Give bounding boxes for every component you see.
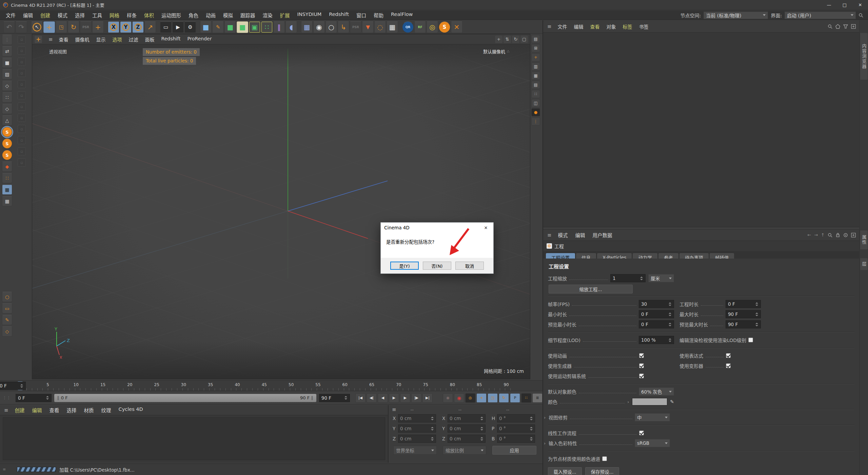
history-back-icon[interactable]: ← — [807, 232, 811, 238]
am-hamburger-icon[interactable]: ≡ — [545, 232, 554, 238]
side-tab-attributes[interactable]: 属性 — [860, 230, 868, 250]
poly-select-icon[interactable]: ◇ — [2, 326, 12, 337]
render-picture-viewer-icon[interactable]: ▶ — [172, 21, 184, 33]
rotate-tool-icon[interactable]: ↻ — [68, 21, 79, 33]
keyframe-selection-icon[interactable]: ◎ — [465, 393, 475, 403]
workplane-mode-icon[interactable]: ◇ — [2, 81, 12, 91]
rect-select-icon[interactable]: ▭ — [2, 303, 12, 314]
spinner-arrows-icon[interactable] — [668, 311, 672, 317]
layout-rows-icon[interactable]: ▥ — [531, 62, 540, 71]
y-axis-lock-icon[interactable]: Y — [120, 21, 132, 33]
coordinate-system-icon[interactable]: ↗ — [144, 21, 156, 33]
menu-simulate[interactable]: 模拟 — [219, 12, 237, 19]
grid-array-icon[interactable]: ▦ — [387, 21, 398, 33]
psr-transfer-icon[interactable]: PSR — [350, 21, 361, 33]
preview-range-slider[interactable]: ‖ 0 F 90 F ‖ — [54, 394, 316, 402]
edges-mode-icon[interactable]: ◇ — [2, 104, 12, 114]
vp-zoom-icon[interactable]: ⇅ — [504, 36, 511, 43]
node-color-channel-checkbox[interactable] — [602, 456, 607, 461]
camera-icon[interactable]: ◉ — [313, 21, 325, 33]
spinner-arrows-icon[interactable] — [344, 395, 348, 401]
spinner-arrows-icon[interactable] — [480, 436, 484, 442]
render-settings-icon[interactable]: ⚙ — [184, 21, 196, 33]
range-grip-left[interactable]: ‖ — [57, 395, 60, 400]
menu-character[interactable]: 角色 — [185, 12, 202, 19]
om-menu-object[interactable]: 对象 — [603, 23, 619, 30]
record-pla-icon[interactable]: ∷ — [521, 393, 531, 403]
current-frame-spinner[interactable]: 0 F — [0, 382, 26, 390]
material-hamburger-icon[interactable]: ≡ — [1, 407, 11, 413]
om-menu-tag[interactable]: 标签 — [619, 23, 636, 30]
menu-animate[interactable]: 动画 — [202, 12, 219, 19]
search-icon[interactable] — [859, 13, 863, 18]
am-menu-userdata[interactable]: 用户数据 — [589, 231, 616, 239]
spinner-arrows-icon[interactable] — [480, 425, 484, 432]
insydium-s-icon[interactable]: S — [439, 21, 450, 33]
prev-frame-icon[interactable]: ◀ — [378, 393, 388, 403]
use-motion-system-checkbox[interactable] — [639, 374, 644, 378]
linear-workflow-checkbox[interactable] — [639, 431, 644, 435]
move-tool-icon[interactable]: + — [43, 21, 55, 33]
spline-pen-icon[interactable]: ✎ — [212, 21, 224, 33]
om-menu-bookmark[interactable]: 书签 — [636, 23, 652, 30]
min-time-field[interactable]: 0 F — [639, 310, 674, 318]
om-hamburger-icon[interactable]: ≡ — [545, 23, 554, 30]
keyframe-settings-icon[interactable]: ≣ — [532, 393, 542, 403]
input-color-profile-dropdown[interactable]: sRGB — [635, 439, 670, 447]
snap-option-icon-8[interactable]: ▫ — [18, 114, 26, 122]
spinner-arrows-icon[interactable] — [668, 301, 672, 307]
circle-select-icon[interactable]: ○ — [2, 292, 12, 302]
object-manager-list[interactable] — [543, 33, 859, 227]
xp-emitter-icon[interactable]: S — [2, 138, 12, 149]
coordinate-mode-dropdown[interactable]: 世界坐标 — [393, 446, 437, 455]
use-expressions-checkbox[interactable] — [726, 353, 731, 358]
menu-tools[interactable]: 工具 — [88, 12, 106, 19]
snap-option-icon-7[interactable]: ▫ — [18, 102, 26, 111]
max-time-field[interactable]: 90 F — [726, 310, 761, 318]
menu-mograph[interactable]: 运动图形 — [158, 12, 185, 19]
strip-move-icon[interactable]: + — [531, 53, 540, 61]
layout-split-icon[interactable]: ◫ — [531, 99, 540, 107]
apply-button[interactable]: 应用 — [492, 446, 536, 455]
range-end-spinner[interactable]: 90 F — [319, 394, 350, 402]
mat-menu-material[interactable]: 材质 — [80, 406, 98, 414]
vp-rotate-icon[interactable]: ↻ — [512, 36, 519, 43]
timeline-ruler[interactable]: 051015202530354045505560657075808590 0 F — [0, 380, 542, 391]
snap-option-icon-11[interactable]: ▫ — [18, 147, 26, 155]
menu-render[interactable]: 渲染 — [259, 12, 276, 19]
eyedropper-icon[interactable]: ✎ — [670, 399, 674, 404]
qr-icon[interactable]: QR — [402, 21, 414, 33]
volume-builder-icon[interactable]: ■ — [237, 21, 248, 33]
snap-option-icon-2[interactable]: ▫ — [18, 46, 26, 55]
xpresso-icon[interactable]: ↳ — [338, 21, 349, 33]
mat-menu-edit[interactable]: 编辑 — [28, 406, 46, 414]
search-icon[interactable] — [828, 233, 832, 238]
viewport-hamburger-icon[interactable]: ≡ — [46, 36, 56, 42]
snap-option-icon-5[interactable]: ▫ — [18, 80, 26, 88]
yes-button[interactable]: 是(Y) — [390, 262, 419, 270]
snap-option-icon-3[interactable]: ▫ — [18, 58, 26, 66]
last-tool-psr-icon[interactable]: PSR — [80, 21, 92, 33]
fps-field[interactable]: 30 — [639, 300, 674, 308]
goto-start-icon[interactable]: |◀ — [355, 393, 366, 403]
pos-x-field[interactable]: 0 cm — [398, 414, 436, 422]
project-duration-field[interactable]: 0 F — [726, 300, 761, 308]
side-tab-layers[interactable]: 层 — [860, 258, 868, 270]
autokey-icon[interactable]: ◉ — [454, 393, 464, 403]
points-mode-icon[interactable]: ∷ — [2, 92, 12, 102]
spinner-arrows-icon[interactable] — [430, 415, 434, 421]
target-icon[interactable] — [843, 233, 848, 238]
light-icon[interactable]: ○ — [326, 21, 337, 33]
scale-tool-icon[interactable]: ◳ — [56, 21, 67, 33]
spinner-arrows-icon[interactable] — [45, 395, 49, 401]
close-button[interactable]: ✕ — [852, 0, 868, 10]
undo-icon[interactable]: ↶ — [3, 21, 15, 33]
record-scale-icon[interactable]: ◳ — [488, 393, 498, 403]
material-list-area[interactable] — [3, 417, 385, 460]
spinner-arrows-icon[interactable] — [755, 311, 758, 317]
om-menu-view[interactable]: 查看 — [587, 23, 603, 30]
camera-settings-icon[interactable]: ∴ — [507, 49, 509, 54]
size-x-field[interactable]: 0 cm — [448, 414, 486, 422]
xp-editor-icon[interactable]: S — [2, 127, 12, 137]
realflow-icon[interactable]: RF — [414, 21, 426, 33]
